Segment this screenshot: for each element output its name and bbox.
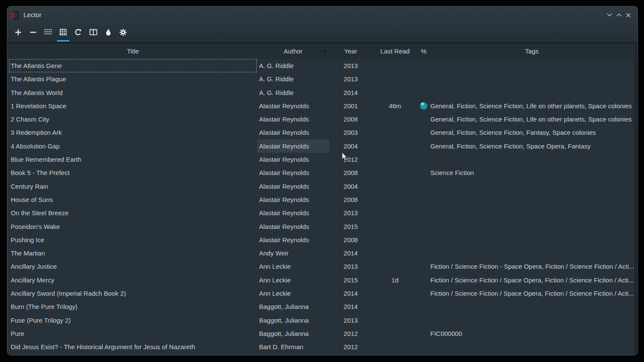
cell-tags[interactable]: [429, 193, 634, 206]
cell-last-read[interactable]: [372, 233, 418, 246]
table-row[interactable]: 3 Redemption ArkAlastair Reynolds2003Gen…: [9, 126, 634, 139]
table-row[interactable]: House of SunsAlastair Reynolds2008: [9, 193, 634, 206]
cell-author[interactable]: Alastair Reynolds: [257, 193, 329, 206]
cell-progress[interactable]: [418, 340, 429, 353]
cell-progress[interactable]: [418, 246, 429, 260]
cell-year[interactable]: 2001: [329, 99, 372, 113]
vertical-scrollbar[interactable]: [634, 43, 638, 355]
cell-year[interactable]: 2013: [329, 206, 372, 220]
cell-title[interactable]: Ancillary Justice: [9, 260, 257, 273]
cell-author[interactable]: A. G. Riddle: [257, 59, 329, 72]
cell-year[interactable]: 2012: [329, 153, 372, 166]
cell-last-read[interactable]: [372, 260, 418, 273]
cell-title[interactable]: Ancillary Mercy: [9, 273, 257, 287]
cell-author[interactable]: A. G. Riddle: [257, 86, 329, 99]
table-row[interactable]: Burn (The Pure Trilogy)Baggott, Julianna…: [9, 300, 634, 313]
cell-last-read[interactable]: [372, 300, 418, 313]
table-row[interactable]: Ancillary Sword (Imperial Radch Book 2)A…: [9, 287, 634, 300]
cell-progress[interactable]: [418, 260, 429, 273]
cell-year[interactable]: 2004: [329, 139, 372, 153]
cell-title[interactable]: Pushing Ice: [9, 233, 257, 246]
cell-progress[interactable]: [418, 113, 429, 126]
cell-tags[interactable]: [429, 246, 634, 260]
cell-title[interactable]: Ancillary Sword (Imperial Radch Book 2): [9, 287, 257, 300]
cell-year[interactable]: 2003: [329, 126, 372, 139]
cell-year[interactable]: 2014: [329, 300, 372, 313]
cell-progress[interactable]: [418, 273, 429, 287]
maximize-button[interactable]: [616, 12, 622, 18]
cell-author[interactable]: Alastair Reynolds: [257, 126, 329, 139]
cell-title[interactable]: The Atlantis Gene: [9, 59, 257, 72]
table-row[interactable]: Century RainAlastair Reynolds2004: [9, 180, 634, 193]
cell-author[interactable]: Alastair Reynolds: [257, 206, 329, 220]
cell-tags[interactable]: FIC000000: [429, 327, 634, 340]
column-header-year[interactable]: Year: [329, 43, 372, 59]
cell-author[interactable]: Alastair Reynolds: [257, 180, 329, 193]
cell-year[interactable]: 2014: [329, 246, 372, 260]
table-row[interactable]: The Atlantis WorldA. G. Riddle2014: [9, 86, 634, 99]
cell-author[interactable]: Bart D. Ehrman: [257, 340, 329, 353]
cell-progress[interactable]: [418, 220, 429, 233]
cell-author[interactable]: Alastair Reynolds: [257, 166, 329, 179]
cell-author[interactable]: Alastair Reynolds: [257, 220, 329, 233]
cell-last-read[interactable]: [372, 340, 418, 353]
cell-title[interactable]: Century Rain: [9, 180, 257, 193]
cell-last-read[interactable]: 46m: [372, 99, 418, 113]
table-row[interactable]: Pushing IceAlastair Reynolds2008: [9, 233, 634, 246]
cell-progress[interactable]: [418, 300, 429, 313]
cell-title[interactable]: 3 Redemption Ark: [9, 126, 257, 139]
cell-progress[interactable]: [418, 206, 429, 220]
column-header-tags[interactable]: Tags: [429, 43, 634, 59]
theme-button[interactable]: [101, 26, 116, 40]
cell-year[interactable]: 2008: [329, 166, 372, 179]
cell-last-read[interactable]: [372, 72, 418, 86]
cell-last-read[interactable]: [372, 166, 418, 179]
cell-last-read[interactable]: [372, 59, 418, 72]
table-row[interactable]: Blue Remembered EarthAlastair Reynolds20…: [9, 153, 634, 166]
cell-year[interactable]: 2012: [329, 340, 372, 353]
cell-author[interactable]: Ann Leckie: [257, 273, 329, 287]
cell-author[interactable]: Alastair Reynolds: [257, 99, 329, 113]
table-row[interactable]: On the Steel BreezeAlastair Reynolds2013: [9, 206, 634, 220]
cell-tags[interactable]: [429, 340, 634, 353]
cell-last-read[interactable]: [372, 314, 418, 327]
cell-progress[interactable]: [418, 99, 429, 113]
table-row[interactable]: Ancillary JusticeAnn Leckie2013Fiction /…: [9, 260, 634, 273]
cell-title[interactable]: Pure: [9, 327, 257, 340]
cell-last-read[interactable]: [372, 287, 418, 300]
cell-tags[interactable]: [429, 314, 634, 327]
cell-tags[interactable]: [429, 233, 634, 246]
cell-author[interactable]: Alastair Reynolds: [257, 139, 329, 153]
column-header-title[interactable]: Title: [9, 43, 257, 59]
cell-title[interactable]: Poseidon's Wake: [9, 220, 257, 233]
cell-last-read[interactable]: [372, 206, 418, 220]
cell-author[interactable]: Alastair Reynolds: [257, 153, 329, 166]
cell-year[interactable]: 2013: [329, 260, 372, 273]
cell-tags[interactable]: [429, 59, 634, 72]
refresh-button[interactable]: [71, 26, 86, 40]
cell-tags[interactable]: [429, 206, 634, 220]
cell-year[interactable]: 2013: [329, 72, 372, 86]
cell-tags[interactable]: Fiction / Science Fiction - Space Opera,…: [429, 260, 634, 273]
cell-title[interactable]: The Atlantis Plague: [9, 72, 257, 86]
table-row[interactable]: The Atlantis PlagueA. G. Riddle2013: [9, 72, 634, 86]
delete-book-button[interactable]: [26, 26, 41, 40]
cell-tags[interactable]: [429, 72, 634, 86]
cover-view-button[interactable]: [41, 26, 56, 40]
cell-tags[interactable]: [429, 300, 634, 313]
cell-title[interactable]: Fuse (Pure Trilogy 2): [9, 314, 257, 327]
column-header-author[interactable]: Author: [257, 43, 329, 59]
cell-year[interactable]: 2015: [329, 220, 372, 233]
cell-last-read[interactable]: [372, 246, 418, 260]
cell-tags[interactable]: [429, 86, 634, 99]
cell-year[interactable]: 2013: [329, 314, 372, 327]
cell-year[interactable]: 2013: [329, 59, 372, 72]
cell-author[interactable]: Andy Weir: [257, 246, 329, 260]
cell-year[interactable]: 2014: [329, 86, 372, 99]
cell-title[interactable]: The Atlantis World: [9, 86, 257, 99]
cell-progress[interactable]: [418, 86, 429, 99]
cell-last-read[interactable]: [372, 220, 418, 233]
cell-progress[interactable]: [418, 327, 429, 340]
cell-tags[interactable]: [429, 220, 634, 233]
cell-title[interactable]: 2 Chasm City: [9, 113, 257, 126]
